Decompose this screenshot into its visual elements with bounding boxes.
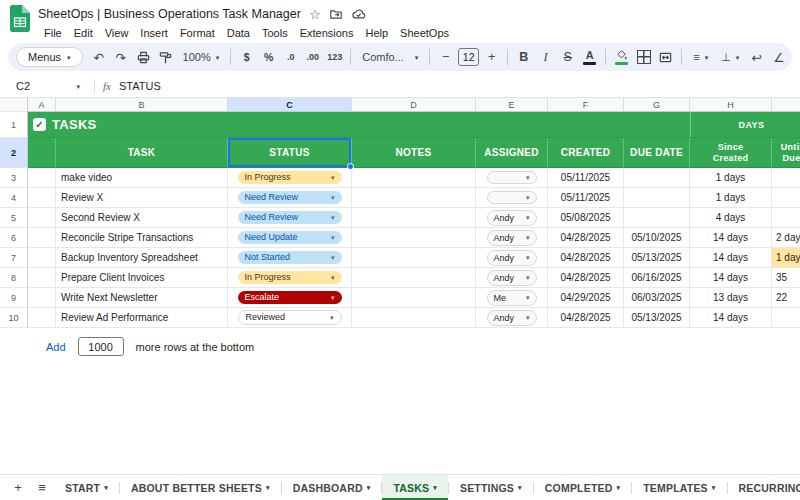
assignee-chip[interactable]: Me▾ [487, 290, 537, 306]
name-box[interactable]: C2 ▾ [10, 80, 86, 92]
since-created-cell[interactable]: 14 days [690, 228, 772, 248]
since-created-cell[interactable]: 1 days [690, 188, 772, 208]
created-cell[interactable]: 04/29/2025 [548, 288, 624, 308]
rows-count-input[interactable] [78, 337, 124, 356]
bold-button[interactable]: B [513, 46, 534, 68]
until-due-cell[interactable] [772, 188, 800, 208]
col-header-b[interactable]: B [56, 98, 228, 112]
all-sheets-button[interactable]: ≡ [30, 476, 54, 500]
due-date-header-cell[interactable]: DUE DATE [624, 138, 690, 168]
since-created-cell[interactable]: 14 days [690, 308, 772, 328]
borders-button[interactable] [633, 46, 654, 68]
cell-a[interactable] [28, 228, 56, 248]
status-pill[interactable]: In Progress▾ [238, 271, 342, 285]
row-header[interactable]: 7 [0, 248, 28, 268]
menu-file[interactable]: File [38, 26, 68, 40]
created-cell[interactable]: 05/11/2025 [548, 188, 624, 208]
until-due-cell[interactable] [772, 168, 800, 188]
assignee-chip[interactable]: Andy▾ [487, 250, 537, 266]
status-pill[interactable]: Need Update▾ [238, 231, 342, 245]
doc-title[interactable]: SheetOps | Business Operations Task Mana… [38, 7, 301, 21]
notes-cell[interactable] [352, 228, 476, 248]
task-cell[interactable]: Second Review X [56, 208, 228, 228]
status-cell[interactable]: Not Started▾ [228, 248, 352, 268]
assigned-cell[interactable]: Andy▾ [476, 268, 548, 288]
zoom-select[interactable]: 100% ▾ [177, 46, 226, 68]
since-created-cell[interactable]: 1 days [690, 168, 772, 188]
assigned-cell[interactable]: ▾ [476, 168, 548, 188]
task-cell[interactable]: Reconcile Stripe Transactions [56, 228, 228, 248]
status-cell[interactable]: Escalate▾ [228, 288, 352, 308]
assigned-header-cell[interactable]: ASSIGNED [476, 138, 548, 168]
row-header-1[interactable]: 1 [0, 112, 28, 138]
add-rows-button[interactable]: Add [46, 341, 66, 353]
since-created-cell[interactable]: 14 days [690, 248, 772, 268]
status-cell[interactable]: In Progress▾ [228, 168, 352, 188]
notes-cell[interactable] [352, 308, 476, 328]
task-cell[interactable]: Review Ad Performance [56, 308, 228, 328]
horizontal-align-button[interactable]: ≡ ▾ [687, 46, 714, 68]
created-cell[interactable]: 05/08/2025 [548, 208, 624, 228]
status-cell[interactable]: Need Review▾ [228, 208, 352, 228]
since-created-cell[interactable]: 14 days [690, 268, 772, 288]
task-cell[interactable]: Write Next Newsletter [56, 288, 228, 308]
until-due-cell[interactable]: 2 days [772, 228, 800, 248]
due-date-cell[interactable] [624, 188, 690, 208]
tab-completed[interactable]: COMPLETED▾ [534, 475, 631, 500]
tab-settings[interactable]: SETTINGS▾ [449, 475, 533, 500]
notes-cell[interactable] [352, 208, 476, 228]
add-sheet-button[interactable]: + [6, 476, 30, 500]
redo-button[interactable]: ↷ [111, 46, 132, 68]
more-formats-button[interactable]: 123 [324, 46, 345, 68]
status-pill[interactable]: Need Review▾ [238, 191, 342, 205]
cell-a[interactable] [28, 248, 56, 268]
created-cell[interactable]: 04/28/2025 [548, 268, 624, 288]
until-due-cell[interactable]: 22 [772, 288, 800, 308]
assignee-chip[interactable]: Andy▾ [487, 210, 537, 226]
undo-button[interactable]: ↶ [89, 46, 110, 68]
text-color-button[interactable]: A [579, 46, 600, 68]
due-date-cell[interactable] [624, 208, 690, 228]
task-cell[interactable]: Prepare Client Invoices [56, 268, 228, 288]
status-cell[interactable]: In Progress▾ [228, 268, 352, 288]
status-pill[interactable]: Not Started▾ [238, 251, 342, 265]
due-date-cell[interactable]: 05/13/2025 [624, 248, 690, 268]
col-header-i[interactable] [772, 98, 800, 112]
menu-help[interactable]: Help [359, 26, 394, 40]
status-pill[interactable]: In Progress▾ [238, 171, 342, 185]
row-header-2[interactable]: 2 [0, 138, 28, 168]
assignee-chip[interactable]: ▾ [487, 171, 537, 184]
since-created-cell[interactable]: 13 days [690, 288, 772, 308]
until-due-cell[interactable]: 35 [772, 268, 800, 288]
move-to-folder-icon[interactable] [329, 7, 343, 21]
text-rotation-button[interactable]: ∠ [768, 46, 789, 68]
due-date-cell[interactable]: 06/16/2025 [624, 268, 690, 288]
col-header-h[interactable]: H [690, 98, 772, 112]
notes-cell[interactable] [352, 268, 476, 288]
menu-data[interactable]: Data [221, 26, 256, 40]
until-due-cell[interactable]: 1 day [772, 248, 800, 268]
tasks-banner-cell[interactable]: ✓ TASKS DAYS [28, 112, 800, 138]
tab-recurring[interactable]: RECURRING▾ [728, 475, 800, 500]
tab-dashboard[interactable]: DASHBOARD▾ [282, 475, 382, 500]
font-size-input[interactable]: 12 [458, 48, 479, 66]
status-pill[interactable]: Reviewed▾ [238, 310, 342, 326]
strikethrough-button[interactable]: S [557, 46, 578, 68]
vertical-align-button[interactable]: ⊥ ▾ [715, 46, 745, 68]
row-header[interactable]: 9 [0, 288, 28, 308]
until-due-header-cell[interactable]: Until Due [772, 138, 800, 168]
created-cell[interactable]: 05/11/2025 [548, 168, 624, 188]
format-currency-button[interactable]: $ [236, 46, 257, 68]
select-all-corner[interactable] [0, 98, 28, 112]
notes-cell[interactable] [352, 248, 476, 268]
print-button[interactable] [133, 46, 154, 68]
status-cell[interactable]: Need Update▾ [228, 228, 352, 248]
notes-cell[interactable] [352, 288, 476, 308]
header-cell-a[interactable] [28, 138, 56, 168]
due-date-cell[interactable]: 05/10/2025 [624, 228, 690, 248]
decrease-decimals-button[interactable]: .0 [280, 46, 301, 68]
row-header[interactable]: 4 [0, 188, 28, 208]
menu-edit[interactable]: Edit [68, 26, 99, 40]
assigned-cell[interactable]: ▾ [476, 188, 548, 208]
assigned-cell[interactable]: Me▾ [476, 288, 548, 308]
